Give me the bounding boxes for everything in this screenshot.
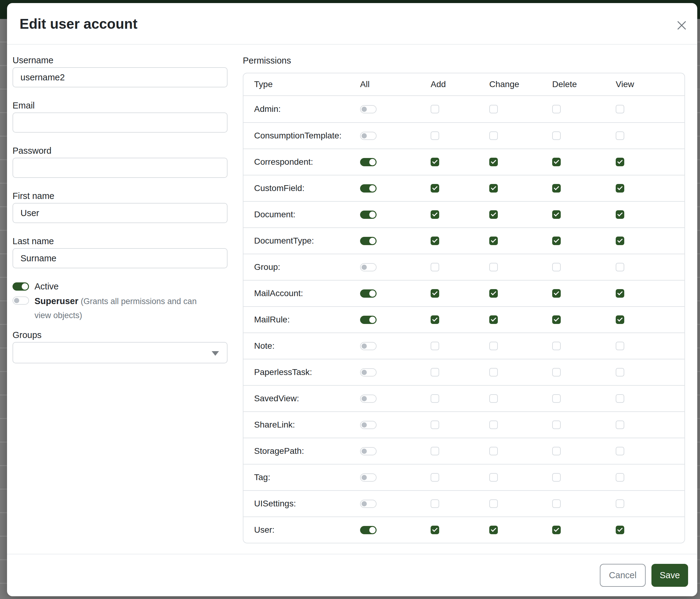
- permission-change-checkbox[interactable]: [489, 526, 498, 534]
- permission-change-checkbox[interactable]: [489, 184, 498, 193]
- permission-type-label: User:: [243, 525, 360, 535]
- permission-add-checkbox[interactable]: [431, 526, 439, 534]
- permission-delete-checkbox[interactable]: [552, 289, 561, 298]
- permission-delete-checkbox[interactable]: [552, 315, 561, 324]
- permission-delete-checkbox[interactable]: [552, 342, 561, 350]
- permission-all-toggle[interactable]: [360, 316, 377, 324]
- permission-delete-checkbox[interactable]: [552, 447, 561, 455]
- permission-add-checkbox[interactable]: [431, 184, 439, 193]
- permission-view-checkbox[interactable]: [616, 394, 624, 403]
- superuser-toggle[interactable]: [12, 296, 29, 305]
- permission-view-checkbox[interactable]: [616, 210, 624, 219]
- permission-delete-checkbox[interactable]: [552, 184, 561, 193]
- permission-change-checkbox[interactable]: [489, 158, 498, 166]
- permission-change-checkbox[interactable]: [489, 105, 498, 113]
- permission-delete-checkbox[interactable]: [552, 473, 561, 482]
- permission-view-checkbox[interactable]: [616, 105, 624, 113]
- permission-add-checkbox[interactable]: [431, 131, 439, 140]
- permission-change-checkbox[interactable]: [489, 263, 498, 271]
- permission-change-checkbox[interactable]: [489, 210, 498, 219]
- permission-view-checkbox[interactable]: [616, 421, 624, 429]
- permission-all-toggle[interactable]: [360, 447, 377, 455]
- email-input[interactable]: [12, 113, 227, 133]
- email-field-group: Email: [12, 101, 227, 133]
- last-name-input[interactable]: [12, 248, 227, 268]
- permission-view-checkbox[interactable]: [616, 158, 624, 166]
- permission-change-checkbox[interactable]: [489, 421, 498, 429]
- permission-all-toggle[interactable]: [360, 289, 377, 298]
- password-input[interactable]: [12, 158, 227, 178]
- permission-change-checkbox[interactable]: [489, 473, 498, 482]
- permission-add-checkbox[interactable]: [431, 158, 439, 166]
- cancel-button[interactable]: Cancel: [600, 564, 646, 587]
- permission-delete-checkbox[interactable]: [552, 237, 561, 245]
- permission-all-toggle[interactable]: [360, 394, 377, 403]
- permission-delete-checkbox[interactable]: [552, 105, 561, 113]
- save-button[interactable]: Save: [651, 564, 688, 587]
- permission-delete-checkbox[interactable]: [552, 394, 561, 403]
- permission-add-checkbox[interactable]: [431, 473, 439, 482]
- permission-delete-checkbox[interactable]: [552, 526, 561, 534]
- permission-view-checkbox[interactable]: [616, 447, 624, 455]
- permission-view-checkbox[interactable]: [616, 263, 624, 271]
- permission-all-toggle[interactable]: [360, 237, 377, 245]
- permission-all-toggle[interactable]: [360, 211, 377, 219]
- permission-all-toggle[interactable]: [360, 132, 377, 140]
- permission-view-checkbox[interactable]: [616, 368, 624, 377]
- permission-add-checkbox[interactable]: [431, 263, 439, 271]
- first-name-input[interactable]: [12, 203, 227, 223]
- permission-all-toggle[interactable]: [360, 158, 377, 166]
- permission-add-checkbox[interactable]: [431, 342, 439, 350]
- close-button[interactable]: [674, 18, 689, 33]
- permission-add-checkbox[interactable]: [431, 210, 439, 219]
- permission-all-toggle[interactable]: [360, 184, 377, 193]
- permission-all-toggle[interactable]: [360, 500, 377, 508]
- username-input[interactable]: [12, 67, 227, 88]
- permission-view-checkbox[interactable]: [616, 342, 624, 350]
- permission-all-toggle[interactable]: [360, 526, 377, 534]
- permission-all-toggle[interactable]: [360, 368, 377, 377]
- permission-delete-checkbox[interactable]: [552, 210, 561, 219]
- permission-all-toggle[interactable]: [360, 342, 377, 350]
- permission-add-checkbox[interactable]: [431, 421, 439, 429]
- permission-row: UISettings:: [243, 490, 684, 517]
- permission-view-checkbox[interactable]: [616, 184, 624, 193]
- permission-change-checkbox[interactable]: [489, 394, 498, 403]
- permission-all-toggle[interactable]: [360, 263, 377, 271]
- password-label: Password: [12, 146, 227, 155]
- permission-change-checkbox[interactable]: [489, 237, 498, 245]
- permission-delete-checkbox[interactable]: [552, 368, 561, 377]
- permission-change-checkbox[interactable]: [489, 499, 498, 508]
- permission-view-checkbox[interactable]: [616, 289, 624, 298]
- permission-add-checkbox[interactable]: [431, 368, 439, 377]
- active-toggle[interactable]: [12, 282, 29, 291]
- permission-view-checkbox[interactable]: [616, 473, 624, 482]
- permission-delete-checkbox[interactable]: [552, 158, 561, 166]
- permission-delete-checkbox[interactable]: [552, 131, 561, 140]
- permission-all-toggle[interactable]: [360, 421, 377, 429]
- permission-add-checkbox[interactable]: [431, 289, 439, 298]
- permission-add-checkbox[interactable]: [431, 394, 439, 403]
- permission-add-checkbox[interactable]: [431, 237, 439, 245]
- permission-delete-checkbox[interactable]: [552, 421, 561, 429]
- permission-view-checkbox[interactable]: [616, 131, 624, 140]
- permission-add-checkbox[interactable]: [431, 499, 439, 508]
- permission-change-checkbox[interactable]: [489, 315, 498, 324]
- permission-view-checkbox[interactable]: [616, 237, 624, 245]
- permission-view-checkbox[interactable]: [616, 526, 624, 534]
- permission-view-checkbox[interactable]: [616, 499, 624, 508]
- permission-delete-checkbox[interactable]: [552, 499, 561, 508]
- permission-change-checkbox[interactable]: [489, 289, 498, 298]
- groups-select[interactable]: [12, 342, 227, 363]
- permission-add-checkbox[interactable]: [431, 105, 439, 113]
- permission-change-checkbox[interactable]: [489, 131, 498, 140]
- permission-change-checkbox[interactable]: [489, 368, 498, 377]
- permission-all-toggle[interactable]: [360, 105, 377, 113]
- permission-delete-checkbox[interactable]: [552, 263, 561, 271]
- permission-add-checkbox[interactable]: [431, 315, 439, 324]
- permission-all-toggle[interactable]: [360, 473, 377, 482]
- permission-add-checkbox[interactable]: [431, 447, 439, 455]
- permission-change-checkbox[interactable]: [489, 342, 498, 350]
- permission-view-checkbox[interactable]: [616, 315, 624, 324]
- permission-change-checkbox[interactable]: [489, 447, 498, 455]
